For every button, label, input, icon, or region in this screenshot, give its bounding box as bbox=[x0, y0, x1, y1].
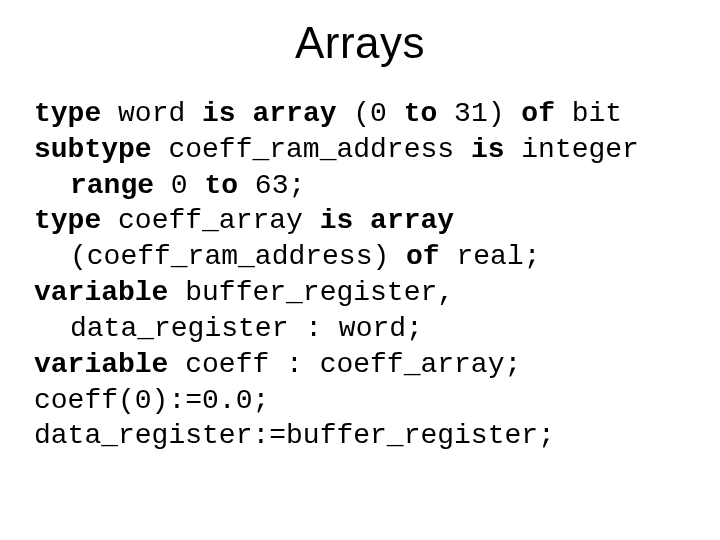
code-line: type coeff_array is array (coeff_ram_add… bbox=[34, 203, 686, 275]
code-text: 63; bbox=[238, 170, 305, 201]
keyword-to: to bbox=[204, 170, 238, 201]
keyword-of: of bbox=[521, 98, 555, 129]
code-line: variable coeff : coeff_array; bbox=[34, 347, 686, 383]
code-text: 31) bbox=[437, 98, 521, 129]
keyword-subtype: subtype bbox=[34, 134, 152, 165]
keyword-type: type bbox=[34, 98, 101, 129]
keyword-array: array bbox=[370, 205, 454, 236]
code-text: real; bbox=[440, 241, 541, 272]
code-text: coeff : coeff_array; bbox=[168, 349, 521, 380]
keyword-to: to bbox=[404, 98, 438, 129]
code-line: coeff(0):=0.0; bbox=[34, 383, 686, 419]
keyword-is: is bbox=[471, 134, 505, 165]
slide: Arrays type word is array (0 to 31) of b… bbox=[0, 0, 720, 540]
code-text: (coeff_ram_address) bbox=[70, 241, 406, 272]
keyword-of: of bbox=[406, 241, 440, 272]
code-line: data_register:=buffer_register; bbox=[34, 418, 686, 454]
code-line: type word is array (0 to 31) of bit bbox=[34, 96, 686, 132]
keyword-is: is bbox=[202, 98, 236, 129]
code-text: bit bbox=[555, 98, 622, 129]
keyword-range: range bbox=[70, 170, 154, 201]
code-text: coeff_array bbox=[101, 205, 319, 236]
keyword-array: array bbox=[252, 98, 336, 129]
keyword-variable: variable bbox=[34, 349, 168, 380]
keyword-type: type bbox=[34, 205, 101, 236]
keyword-is: is bbox=[320, 205, 354, 236]
code-text: (0 bbox=[336, 98, 403, 129]
code-text: coeff_ram_address bbox=[152, 134, 471, 165]
code-block: type word is array (0 to 31) of bit subt… bbox=[34, 96, 686, 454]
code-text: integer bbox=[505, 134, 639, 165]
code-text: coeff(0):=0.0; bbox=[34, 385, 269, 416]
code-text: word bbox=[101, 98, 202, 129]
keyword-variable: variable bbox=[34, 277, 168, 308]
code-line: variable buffer_register, data_register … bbox=[34, 275, 686, 347]
code-text: data_register:=buffer_register; bbox=[34, 420, 555, 451]
slide-title: Arrays bbox=[34, 18, 686, 68]
code-text: 0 bbox=[154, 170, 204, 201]
code-line: subtype coeff_ram_address is integer ran… bbox=[34, 132, 686, 204]
